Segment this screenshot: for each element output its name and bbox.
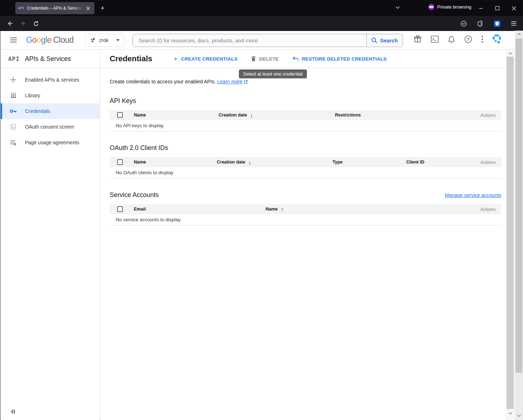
delete-button[interactable]: DELETE: [251, 56, 279, 62]
window-close-button[interactable]: [506, 0, 522, 16]
gcloud-header: GoogleCloud zrok Search: [1, 31, 514, 50]
search-input[interactable]: [133, 37, 366, 43]
sidebar-item-label: Page usage agreements: [25, 140, 79, 145]
column-header-name[interactable]: Name↑: [263, 206, 469, 212]
sidebar-item-oauth-consent[interactable]: OAuth consent screen: [1, 119, 100, 135]
column-header-creation-date[interactable]: Creation date↓: [216, 112, 332, 118]
sidebar-item-page-usage[interactable]: Page usage agreements: [1, 135, 100, 150]
browser-tab[interactable]: API Credentials – APIs & Services – z: [15, 2, 94, 14]
external-link-icon: [244, 80, 248, 84]
api-keys-table: Name Creation date↓ Restrictions Actions…: [110, 110, 501, 131]
sidebar-item-label: Library: [25, 93, 40, 98]
service-accounts-empty-row: No service accounts to display: [110, 214, 501, 225]
console-nav-menu-icon[interactable]: [10, 37, 17, 43]
content-scrollbar[interactable]: [506, 50, 515, 420]
notifications-bell-icon[interactable]: [448, 35, 455, 43]
private-browsing-label: Private browsing: [437, 4, 471, 10]
project-selector[interactable]: zrok: [85, 34, 124, 47]
enabled-apis-icon: [9, 77, 17, 83]
sidebar-item-credentials[interactable]: Credentials: [1, 103, 100, 119]
restore-deleted-credentials-button[interactable]: RESTORE DELETED CREDENTIALS: [292, 56, 387, 62]
browser-scrollbar[interactable]: [515, 31, 523, 420]
reload-button[interactable]: [31, 18, 41, 29]
column-header-actions: Actions: [480, 207, 501, 212]
key-icon: [9, 109, 17, 113]
titlebar: API Credentials – APIs & Services – z + …: [0, 0, 523, 16]
section-title-api-keys: API Keys: [110, 97, 501, 105]
column-header-email: Email: [131, 207, 263, 212]
help-icon[interactable]: ?: [464, 35, 472, 43]
oauth-clients-table: Name Creation date↓ Type Client ID Actio…: [110, 157, 501, 178]
sort-desc-icon: ↓: [249, 159, 251, 165]
google-cloud-logo: GoogleCloud: [26, 35, 74, 45]
api-product-logo: API: [8, 56, 20, 62]
undo-arrow-icon: [292, 56, 299, 62]
menu-hamburger-icon[interactable]: [508, 18, 519, 29]
private-browsing-badge: Private browsing: [428, 4, 471, 10]
new-tab-button[interactable]: +: [97, 3, 108, 14]
learn-more-link[interactable]: Learn more: [217, 79, 243, 84]
forward-button[interactable]: [18, 18, 28, 29]
sidebar-item-enabled-apis[interactable]: Enabled APIs & services: [1, 72, 100, 88]
main-content: Credentials + CREATE CREDENTIALS DELETE: [100, 50, 506, 420]
column-header-client-id: Client ID: [403, 160, 469, 165]
scrollbar-thumb[interactable]: [516, 38, 522, 373]
sidebar: API APIs & Services Enabled APIs & servi…: [1, 50, 100, 420]
select-all-checkbox[interactable]: [117, 159, 123, 165]
svg-text:?: ?: [467, 37, 469, 42]
column-header-restrictions: Restrictions: [332, 113, 469, 118]
intro-text: Create credentials to access your enable…: [110, 79, 501, 84]
library-icon: [9, 93, 17, 98]
service-accounts-table: Email Name↑ Actions No service accounts …: [110, 204, 501, 225]
back-button[interactable]: [5, 18, 15, 29]
column-header-actions: Actions: [480, 113, 501, 118]
collapse-sidebar-icon[interactable]: [10, 409, 16, 415]
tab-title: Credentials – APIs & Services – z: [27, 6, 83, 11]
extensions-puzzle-icon[interactable]: [475, 18, 486, 29]
search-button[interactable]: Search: [366, 34, 403, 47]
column-header-name: Name: [131, 160, 214, 165]
select-all-checkbox[interactable]: [117, 112, 123, 118]
scroll-up-icon[interactable]: [506, 50, 515, 57]
scroll-down-icon[interactable]: [515, 412, 523, 419]
api-keys-empty-row: No API keys to display: [110, 120, 501, 131]
manage-service-accounts-link[interactable]: Manage service accounts: [445, 192, 501, 198]
page-usage-agreements-icon: [9, 140, 17, 146]
console-search: Search: [132, 34, 403, 47]
free-trial-gift-icon[interactable]: [414, 35, 422, 43]
tab-favicon-api-icon: API: [18, 6, 25, 10]
column-header-actions: Actions: [480, 160, 501, 165]
project-icon: [90, 37, 96, 43]
sidebar-item-library[interactable]: Library: [1, 88, 100, 103]
column-header-creation-date[interactable]: Creation date↓: [214, 159, 330, 165]
select-all-checkbox[interactable]: [117, 206, 123, 212]
scrollbar-thumb[interactable]: [507, 57, 514, 409]
pocket-icon[interactable]: [458, 18, 469, 29]
sidebar-item-label: Enabled APIs & services: [25, 77, 79, 83]
more-options-icon[interactable]: [481, 36, 483, 43]
trash-icon: [251, 56, 256, 62]
oauth-empty-row: No OAuth clients to display: [110, 167, 501, 178]
section-title-service-accounts: Service Accounts: [110, 191, 159, 199]
cloud-shell-icon[interactable]: [431, 36, 439, 43]
scroll-down-icon[interactable]: [506, 410, 515, 416]
account-avatar[interactable]: [492, 35, 502, 44]
project-name: zrok: [99, 37, 108, 43]
oauth-consent-icon: [9, 124, 17, 130]
plus-icon: +: [174, 56, 178, 62]
list-tabs-chevron-icon[interactable]: [395, 5, 401, 10]
window-minimize-button[interactable]: [473, 0, 489, 16]
product-title: APIs & Services: [25, 55, 71, 63]
browser-navbar: https://console.cloud.google.com/apis/cr…: [0, 16, 523, 31]
extension-shield-icon[interactable]: [492, 18, 502, 29]
window-maximize-button[interactable]: [489, 0, 506, 16]
sort-asc-icon: ↑: [281, 206, 284, 212]
scroll-up-icon[interactable]: [515, 31, 523, 38]
column-header-name: Name: [131, 113, 216, 118]
sidebar-item-label: OAuth consent screen: [25, 124, 74, 130]
sidebar-item-label: Credentials: [25, 108, 50, 114]
tab-close-icon[interactable]: [84, 5, 91, 12]
browser-window: API Credentials – APIs & Services – z + …: [0, 0, 523, 420]
private-mask-icon: [428, 4, 434, 10]
create-credentials-button[interactable]: + CREATE CREDENTIALS: [174, 56, 237, 62]
